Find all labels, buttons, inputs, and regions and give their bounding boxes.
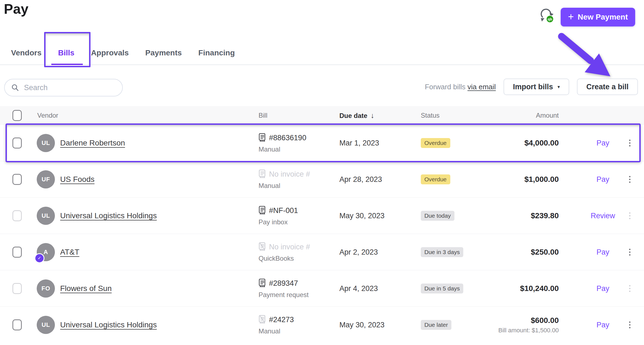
new-payment-label: New Payment [578, 13, 628, 21]
table-row: UF US Foods No invoice # Manual Apr 28, … [0, 161, 644, 198]
invoice-icon [259, 133, 266, 143]
page-title: Pay [4, 1, 28, 17]
tab-payments[interactable]: Payments [145, 41, 182, 64]
pay-action-link[interactable]: Pay [582, 284, 624, 293]
status-badge: Due later [421, 320, 451, 330]
search-icon [11, 84, 19, 91]
svg-text:qb: qb [548, 17, 552, 21]
invoice-icon [259, 242, 266, 252]
vendor-name-link[interactable]: US Foods [60, 175, 95, 184]
row-checkbox[interactable] [12, 210, 22, 221]
row-checkbox[interactable] [12, 283, 22, 294]
import-bills-button[interactable]: Import bills ▾ [504, 79, 569, 95]
vendor-name-link[interactable]: Darlene Robertson [60, 139, 125, 147]
status-badge: Due in 5 days [421, 284, 463, 293]
row-checkbox[interactable] [12, 247, 22, 258]
amount: $239.80 [466, 211, 559, 220]
bill-number: #NF-001 [269, 206, 298, 215]
bill-source: Manual [259, 182, 310, 189]
row-checkbox[interactable] [12, 174, 22, 185]
bill-source: Pay inbox [259, 218, 298, 226]
status-badge: Due today [421, 211, 454, 221]
amount: $4,000.00 [466, 139, 559, 147]
bill-cell: #24273 Manual [259, 315, 294, 335]
kebab-menu-icon[interactable] [625, 249, 635, 255]
status-badge: Due in 3 days [421, 247, 463, 257]
search-box[interactable] [4, 79, 123, 96]
via-email-link[interactable]: via email [467, 83, 496, 91]
amount-cell: $4,000.00 [466, 139, 559, 147]
status-badge: Overdue [421, 174, 450, 184]
bills-toolbar: Forward bills via email Import bills ▾ C… [425, 78, 638, 95]
bill-cell: #289347 Payment request [259, 278, 308, 298]
amount: $1,000.00 [466, 175, 559, 184]
vendor-avatar: FO [37, 279, 55, 298]
column-header-due-date[interactable]: Due date↓ [339, 111, 374, 120]
column-header-amount: Amount [466, 112, 559, 119]
table-body: UL Darlene Robertson #88636190 Manual Ma… [0, 125, 644, 343]
search-input[interactable] [23, 83, 122, 92]
table-row: FO Flowers of Sun #289347 Payment reques… [0, 270, 644, 307]
vendor-name-link[interactable]: AT&T [60, 248, 79, 257]
due-date: Apr 2, 2023 [339, 248, 378, 256]
kebab-menu-icon[interactable] [625, 139, 635, 146]
vendor-avatar: UL [37, 134, 55, 152]
new-payment-button[interactable]: + New Payment [561, 8, 635, 26]
bill-source: Manual [259, 145, 306, 153]
amount: $10,240.00 [466, 284, 559, 293]
vendor-avatar: UL [37, 316, 55, 334]
bill-cell: No invoice # QuickBooks [259, 242, 310, 262]
avatar-initials: UL [42, 321, 50, 328]
row-checkbox[interactable] [12, 319, 22, 330]
kebab-menu-icon[interactable] [625, 176, 635, 183]
amount-cell: $1,000.00 [466, 175, 559, 184]
bill-source: Manual [259, 327, 294, 335]
kebab-menu-icon[interactable] [625, 321, 635, 328]
select-all-checkbox[interactable] [12, 110, 22, 121]
invoice-icon [259, 315, 266, 325]
pay-page: Pay qb + New Payment Vendors Bills Appro… [0, 0, 644, 345]
pay-action-link[interactable]: Pay [582, 139, 624, 147]
kebab-menu-icon[interactable] [625, 212, 635, 219]
avatar-initials: A [44, 249, 48, 256]
pay-action-link[interactable]: Pay [582, 248, 624, 256]
tab-financing[interactable]: Financing [198, 41, 235, 64]
due-date: May 30, 2023 [339, 320, 385, 329]
caret-down-icon: ▾ [557, 84, 560, 90]
vendor-avatar: UL [37, 207, 55, 225]
bill-number: No invoice # [269, 170, 310, 179]
due-date: Mar 1, 2023 [339, 139, 379, 147]
plus-icon: + [568, 12, 574, 22]
row-checkbox[interactable] [12, 138, 22, 149]
bill-amount-note: Bill amount: $1,500.00 [466, 327, 559, 334]
quickbooks-sync-icon[interactable]: qb [538, 7, 555, 24]
vendor-name-link[interactable]: Universal Logistics Holdings [60, 211, 157, 220]
vendor-name-link[interactable]: Flowers of Sun [60, 284, 112, 293]
bill-source: QuickBooks [259, 254, 310, 262]
amount: $600.00 [466, 316, 559, 325]
table-row: A ✓ AT&T No invoice # QuickBooks Apr 2, … [0, 234, 644, 270]
column-header-vendor: Vendor [37, 112, 58, 119]
tab-vendors[interactable]: Vendors [11, 41, 41, 64]
table-header: Vendor Bill Due date↓ Status Amount [0, 106, 644, 125]
bill-number: No invoice # [269, 243, 310, 251]
amount-cell: $239.80 [466, 211, 559, 220]
forward-bills-text: Forward bills via email [425, 83, 496, 91]
tab-bills[interactable]: Bills [58, 41, 74, 64]
pay-action-link[interactable]: Review [582, 211, 624, 220]
kebab-menu-icon[interactable] [625, 285, 635, 292]
bill-source: Payment request [259, 291, 308, 298]
due-date: Apr 28, 2023 [339, 175, 382, 184]
pay-action-link[interactable]: Pay [582, 320, 624, 329]
pay-action-link[interactable]: Pay [582, 175, 624, 184]
bill-cell: No invoice # Manual [259, 169, 310, 189]
avatar-initials: UL [42, 212, 50, 219]
tab-approvals[interactable]: Approvals [91, 41, 129, 64]
amount: $250.00 [466, 248, 559, 257]
create-bill-button[interactable]: Create a bill [577, 79, 638, 95]
vendor-name-link[interactable]: Universal Logistics Holdings [60, 320, 157, 329]
table-row: UL Universal Logistics Holdings #NF-001 … [0, 198, 644, 234]
due-date: Apr 4, 2023 [339, 284, 378, 293]
bill-number: #289347 [269, 279, 298, 288]
status-badge: Overdue [421, 138, 450, 148]
